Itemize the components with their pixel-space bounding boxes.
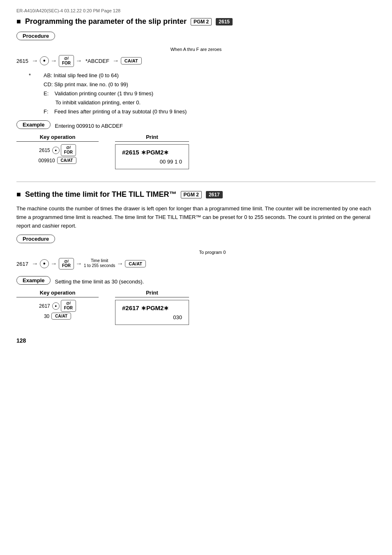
section1-print-box: #2615 ∗PGM2∗ 00 99 1 0	[115, 144, 189, 169]
section1-caat: CA/AT	[121, 57, 142, 64]
section2-for-key: @/ FOR	[59, 258, 74, 270]
section2-example: Example Setting the time limit as 30 (se…	[16, 276, 376, 325]
section-slip-printer: Programming the parameter of the slip pr…	[16, 17, 376, 169]
section1-title: Programming the parameter of the slip pr…	[16, 17, 376, 26]
section2-keyop-header: Key operation	[16, 290, 99, 297]
section2-keyop-lines: 2617 • @/ FOR 30 CA/AT	[16, 300, 99, 320]
section1-example: Example Entering 009910 to ABCDEF Key op…	[16, 120, 376, 169]
section2-title-text: Setting the time limit for THE TILL TIME…	[25, 190, 177, 199]
section1-keyop-lines: 2615 • @/ FOR 009910 CA/AT	[16, 144, 99, 164]
section2-example-cols: Key operation 2617 • @/ FOR 30 CA/AT	[16, 290, 376, 325]
section1-flow-diagram: 2615 → • → @/ FOR → *ABCDEF → CA/AT	[16, 55, 376, 67]
section1-ex-for: @/ FOR	[61, 144, 76, 156]
section2-step-label: Time limit1 to 255 seconds	[84, 258, 115, 268]
section1-arrow3: →	[76, 57, 82, 64]
section2-flow-diagram: 2617 → • → @/ FOR → Time limit1 to 255 s…	[16, 258, 376, 270]
section1-arrow4: →	[113, 57, 119, 64]
section2-desc: The machine counts the number of times t…	[16, 205, 376, 230]
section2-for-key-top: @/	[64, 259, 69, 264]
section2-dot: •	[40, 259, 49, 268]
section1-ex-dot: •	[52, 147, 60, 154]
section1-title-text: Programming the parameter of the slip pr…	[25, 17, 187, 26]
section1-for-key: @/ FOR	[59, 55, 74, 67]
section2-start-num: 2617	[16, 261, 28, 267]
section2-print-line1: #2617 ∗PGM2∗	[122, 304, 182, 312]
section1-start-num: 2615	[16, 58, 28, 64]
section2-example-desc: Setting the time limit as 30 (seconds).	[55, 279, 144, 285]
section1-badge-pgm: PGM 2	[191, 18, 212, 25]
note-ab: * AB: Initial slip feed line (0 to 64)	[29, 71, 376, 80]
section1-ex-caat: CA/AT	[57, 157, 77, 164]
section1-keyop-num1: 2615	[39, 147, 50, 153]
note-e: E: Validation printing counter (1 thru 9…	[29, 89, 376, 98]
section1-for-key-bot: FOR	[62, 61, 71, 66]
section2-title: Setting the time limit for THE TILL TIME…	[16, 190, 376, 199]
section2-flow-note-above: To program 0	[49, 250, 376, 255]
section1-example-desc: Entering 009910 to ABCDEF	[55, 123, 123, 129]
section1-print-header: Print	[115, 134, 189, 142]
section1-flow: When A thru F are zeroes 2615 → • → @/ F…	[16, 47, 376, 67]
section2-keyop-line2: 30 CA/AT	[44, 313, 71, 320]
section2-keyop-col: Key operation 2617 • @/ FOR 30 CA/AT	[16, 290, 99, 325]
section1-print-line1: #2615 ∗PGM2∗	[122, 149, 182, 156]
section1-arrow1: →	[32, 57, 38, 64]
section1-arrow2: →	[51, 57, 57, 64]
section1-print-col: Print #2615 ∗PGM2∗ 00 99 1 0	[115, 134, 189, 169]
section1-flow-note: When A thru F are zeroes	[16, 47, 376, 52]
section2-timelimit-step: Time limit1 to 255 seconds	[84, 258, 115, 269]
section1-abcdef: *ABCDEF	[85, 58, 109, 64]
section1-notes: * AB: Initial slip feed line (0 to 64) C…	[29, 71, 376, 116]
section-till-timer: Setting the time limit for THE TILL TIME…	[16, 190, 376, 325]
section2-arrow4: →	[117, 260, 123, 267]
section-divider	[16, 182, 376, 182]
section2-print-box: #2617 ∗PGM2∗ 030	[115, 300, 189, 325]
section2-ex-dot: •	[52, 302, 60, 310]
section2-badge-num: 2617	[206, 191, 223, 198]
section2-flow: To program 0 2617 → • → @/ FOR → Time li…	[16, 250, 376, 270]
section2-badge-pgm: PGM 2	[181, 191, 202, 198]
section1-dot: •	[40, 56, 49, 65]
section1-print-line2: 00 99 1 0	[122, 159, 182, 165]
section1-keyop-num2: 009910	[39, 158, 55, 164]
section2-keyop-num1: 2617	[39, 303, 50, 309]
section2-print-col: Print #2617 ∗PGM2∗ 030	[115, 290, 189, 325]
section2-ex-caat: CA/AT	[51, 313, 71, 320]
note-f: F: Feed lines after printing of a tray s…	[29, 107, 376, 116]
section1-for-key-top: @/	[64, 56, 69, 61]
section1-keyop-col: Key operation 2615 • @/ FOR 009910 CA/AT	[16, 134, 99, 169]
section1-example-cols: Key operation 2615 • @/ FOR 009910 CA/AT	[16, 134, 376, 169]
section2-caat: CA/AT	[125, 260, 146, 267]
section2-keyop-line1: 2617 • @/ FOR	[39, 300, 76, 312]
section1-example-label-row: Example Entering 009910 to ABCDEF	[16, 120, 376, 131]
section2-example-label-row: Example Setting the time limit as 30 (se…	[16, 276, 376, 287]
section1-example-label: Example	[16, 120, 51, 129]
section1-keyop-header: Key operation	[16, 134, 99, 142]
section2-example-label: Example	[16, 276, 51, 285]
header-meta: ER-A410/A420(SEC)-4 03.12.22 0:20 PM Pag…	[16, 8, 376, 13]
section2-arrow1: →	[32, 260, 38, 267]
section2-for-key-bot: FOR	[62, 263, 71, 268]
section2-ex-for: @/ FOR	[61, 300, 76, 312]
section2-procedure-label: Procedure	[16, 235, 55, 243]
section1-keyop-line2: 009910 CA/AT	[39, 157, 77, 164]
page-number: 128	[16, 337, 376, 344]
note-cd: CD: Slip print max. line no. (0 to 99)	[29, 80, 376, 89]
section2-print-header: Print	[115, 290, 189, 297]
section2-print-line2: 030	[122, 314, 182, 320]
section1-procedure-label: Procedure	[16, 32, 55, 40]
section1-badge-num: 2615	[216, 18, 233, 25]
section2-arrow2: →	[51, 260, 57, 267]
note-e2: To inhibit validation printing, enter 0.	[29, 98, 376, 107]
section2-keyop-num2: 30	[44, 313, 49, 319]
section2-arrow3: →	[76, 260, 82, 267]
section1-keyop-line1: 2615 • @/ FOR	[39, 144, 76, 156]
